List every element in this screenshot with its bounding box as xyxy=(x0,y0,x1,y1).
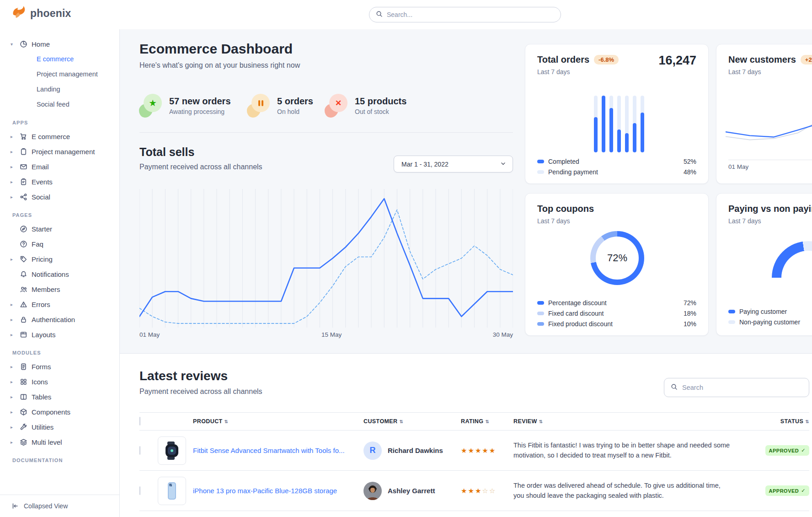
sidebar-item-ecommerce[interactable]: E commerce xyxy=(0,129,119,144)
select-all-checkbox[interactable] xyxy=(139,417,140,425)
card-period: Last 7 days xyxy=(728,68,761,75)
legend-label: Percentage discount xyxy=(548,299,607,307)
sidebar-item-faq[interactable]: Faq xyxy=(0,237,119,252)
page-subtitle: Here's what's going on at your business … xyxy=(139,61,300,70)
xtick: 15 May xyxy=(321,331,342,338)
sidebar-item-project-management-page[interactable]: Project management xyxy=(0,67,119,82)
product-link[interactable]: iPhone 13 pro max-Pacific Blue-128GB sto… xyxy=(193,487,363,495)
sidebar-item-events[interactable]: Events xyxy=(0,174,119,189)
sidebar-item-label: Icons xyxy=(32,378,48,386)
caret-right-icon xyxy=(11,364,16,369)
pause-icon xyxy=(247,94,270,118)
users-icon xyxy=(20,285,27,293)
stat-out-of-stock: ✕ 15 products Out of stock xyxy=(325,92,406,119)
sidebar-item-home[interactable]: Home xyxy=(0,37,119,52)
product-image-smartwatch xyxy=(158,436,186,465)
sidebar-item-label: Utilities xyxy=(32,423,53,431)
sidebar-item-utilities[interactable]: Utilities xyxy=(0,420,119,435)
legend-row: Fixed card discount 18% xyxy=(537,309,696,318)
table-header-row: PRODUCT CUSTOMER RATING REVIEW STATUS xyxy=(139,412,809,431)
envelope-icon xyxy=(20,163,27,171)
brand-logo[interactable]: phoenix xyxy=(12,5,71,21)
product-link[interactable]: Fitbit Sense Advanced Smartwatch with To… xyxy=(193,447,363,454)
legend-swatch xyxy=(537,322,544,326)
sort-icon xyxy=(803,418,809,425)
legend-swatch xyxy=(537,160,544,163)
latest-reviews-section: Latest reviews Payment received across a… xyxy=(120,354,812,517)
divider xyxy=(728,160,812,160)
sidebar-section-modules: MODULES xyxy=(0,350,119,355)
collapse-sidebar-toggle[interactable]: Collapsed View xyxy=(0,495,119,517)
legend-label: Completed xyxy=(548,158,579,165)
change-badge: -6.8% xyxy=(594,55,619,65)
sidebar-item-forms[interactable]: Forms xyxy=(0,359,119,374)
stat-headline: 5 orders xyxy=(277,96,313,107)
row-checkbox[interactable] xyxy=(139,446,140,455)
dashboard-overview-section: Ecommerce Dashboard Here's what's going … xyxy=(120,29,812,354)
divider xyxy=(139,132,513,133)
donut-center-value: 72% xyxy=(607,252,627,264)
sort-icon xyxy=(537,418,543,425)
collapse-icon xyxy=(11,502,19,510)
sidebar-item-ecommerce-page[interactable]: E commerce xyxy=(0,52,119,67)
customer-name: Ashley Garrett xyxy=(388,487,435,495)
legend-swatch xyxy=(537,301,544,305)
bell-icon xyxy=(20,270,27,278)
reviews-search-input[interactable] xyxy=(682,384,802,391)
sidebar-item-social-feed-page[interactable]: Social feed xyxy=(0,97,119,112)
sidebar-item-starter[interactable]: Starter xyxy=(0,221,119,237)
card-period: Last 7 days xyxy=(728,217,761,225)
share-icon xyxy=(20,193,27,201)
caret-down-icon xyxy=(11,42,16,47)
table-row: Apple MacBook Pro 13 inch-M1-8/256GB... … xyxy=(139,511,809,517)
avatar xyxy=(363,482,382,500)
row-checkbox[interactable] xyxy=(139,486,140,495)
avatar: R xyxy=(363,442,382,460)
sidebar-item-icons[interactable]: Icons xyxy=(0,374,119,389)
legend-row: Pending payment 48% xyxy=(537,167,696,176)
sidebar-item-multi-level[interactable]: Multi level xyxy=(0,435,119,450)
date-range-select[interactable]: Mar 1 - 31, 2022 xyxy=(394,156,513,172)
card-period: Last 7 days xyxy=(537,217,570,225)
sidebar-item-label: Errors xyxy=(32,301,50,308)
column-header-product[interactable]: PRODUCT xyxy=(193,418,363,425)
legend-row: Percentage discount 72% xyxy=(537,298,696,307)
reviews-table: PRODUCT CUSTOMER RATING REVIEW STATUS Fi… xyxy=(139,412,809,517)
sidebar-section-documentation: DOCUMENTATION xyxy=(0,458,119,463)
stat-sub: Out of stock xyxy=(355,108,406,115)
phoenix-flame-icon xyxy=(12,5,27,21)
caret-right-icon xyxy=(11,409,16,415)
stat-headline: 57 new orders xyxy=(169,96,231,107)
sidebar-item-landing-page[interactable]: Landing xyxy=(0,82,119,97)
caret-right-icon xyxy=(11,302,16,307)
sidebar-item-tables[interactable]: Tables xyxy=(0,389,119,404)
column-header-customer[interactable]: CUSTOMER xyxy=(363,418,461,425)
sidebar-item-social[interactable]: Social xyxy=(0,189,119,205)
sidebar-item-layouts[interactable]: Layouts xyxy=(0,327,119,342)
sidebar-item-notifications[interactable]: Notifications xyxy=(0,267,119,282)
sidebar-item-authentication[interactable]: Authentication xyxy=(0,312,119,327)
column-header-status[interactable]: STATUS xyxy=(763,418,809,425)
customer-cell: R Richard Dawkins xyxy=(363,442,461,460)
legend-label: Fixed product discount xyxy=(548,320,613,328)
sidebar-item-members[interactable]: Members xyxy=(0,282,119,297)
file-icon xyxy=(20,363,27,371)
column-header-rating[interactable]: RATING xyxy=(461,418,513,425)
new-customers-chart xyxy=(726,98,812,154)
sidebar-item-email[interactable]: Email xyxy=(0,159,119,174)
wrench-icon xyxy=(20,423,27,431)
sidebar-item-project-management[interactable]: Project management xyxy=(0,144,119,159)
global-search-input[interactable] xyxy=(387,11,554,18)
xtick: 01 May xyxy=(139,331,160,338)
legend-label: Paying customer xyxy=(739,308,787,315)
calendar-icon xyxy=(20,178,27,186)
sidebar-item-pricing[interactable]: Pricing xyxy=(0,252,119,267)
caret-right-icon xyxy=(11,257,16,262)
sidebar-item-components[interactable]: Components xyxy=(0,404,119,420)
sidebar-item-errors[interactable]: Errors xyxy=(0,297,119,312)
reviews-subtitle: Payment received across all channels xyxy=(139,388,262,396)
column-header-review[interactable]: REVIEW xyxy=(513,418,763,425)
legend-label: Non-paying customer xyxy=(739,318,800,326)
customer-name: Richard Dawkins xyxy=(388,447,443,454)
card-title: Paying vs non paying xyxy=(728,204,812,214)
